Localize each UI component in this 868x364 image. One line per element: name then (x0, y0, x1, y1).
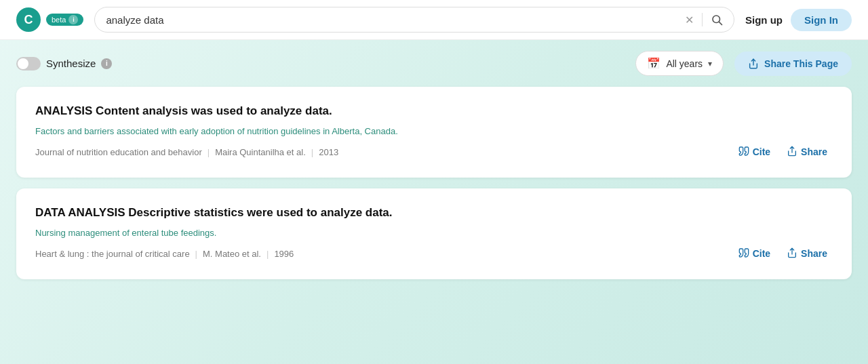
result-card: DATA ANALYSIS Descriptive statistics wer… (16, 188, 852, 279)
share-result-label: Share (801, 146, 827, 157)
synthesize-toggle[interactable] (16, 57, 41, 70)
beta-badge: beta i (46, 14, 83, 26)
calendar-icon: 📅 (647, 57, 660, 70)
result-year: 2013 (319, 147, 338, 157)
beta-info-icon: i (68, 15, 78, 24)
cite-button[interactable]: Cite (733, 245, 776, 263)
cite-icon (738, 146, 749, 159)
result-meta: Heart & lung : the journal of critical c… (35, 249, 294, 259)
year-filter-label: All years (666, 58, 703, 69)
share-page-label: Share This Page (764, 58, 838, 69)
logo-area: C beta i (16, 7, 83, 32)
upload-icon (787, 146, 797, 157)
result-journal: Heart & lung : the journal of critical c… (35, 249, 190, 259)
result-journal: Journal of nutrition education and behav… (35, 147, 202, 157)
search-input[interactable] (106, 14, 679, 26)
svg-line-1 (719, 22, 722, 24)
share-result-button[interactable]: Share (781, 143, 833, 161)
search-icon (711, 14, 723, 26)
signin-button[interactable]: Sign In (791, 9, 852, 31)
result-authors: M. Mateo et al. (203, 249, 261, 259)
search-button[interactable] (711, 14, 723, 26)
result-subtitle: Factors and barriers associated with ear… (35, 126, 833, 136)
beta-label: beta (52, 16, 66, 24)
share-result-icon (787, 247, 797, 260)
result-actions: Cite Share (733, 245, 833, 263)
result-year: 1996 (274, 249, 294, 259)
meta-separator: | (195, 249, 197, 259)
search-clear-icon[interactable]: ✕ (685, 14, 694, 26)
meta-separator: | (311, 147, 313, 157)
quote-icon (738, 146, 749, 157)
results-list: ANALYSIS Content analysis was used to an… (0, 87, 868, 296)
result-title: ANALYSIS Content analysis was used to an… (35, 103, 833, 119)
meta-separator: | (267, 249, 269, 259)
chevron-down-icon: ▾ (708, 59, 712, 68)
cite-label: Cite (753, 248, 770, 259)
meta-separator: | (208, 147, 210, 157)
upload-icon (787, 247, 797, 258)
toggle-knob (18, 58, 28, 69)
signup-button[interactable]: Sign up (745, 14, 783, 26)
synthesize-area: Synthesize i (16, 57, 112, 70)
cite-label: Cite (753, 146, 770, 157)
search-divider (702, 13, 703, 26)
result-footer: Journal of nutrition education and behav… (35, 143, 833, 161)
result-meta: Journal of nutrition education and behav… (35, 147, 338, 157)
result-authors: Maira Quintanilha et al. (215, 147, 306, 157)
share-result-label: Share (801, 248, 827, 259)
search-bar: ✕ (94, 7, 734, 33)
result-actions: Cite Share (733, 143, 833, 161)
logo-icon: C (16, 7, 41, 32)
share-result-icon (787, 146, 797, 159)
year-filter-dropdown[interactable]: 📅 All years ▾ (635, 51, 724, 76)
share-icon (748, 58, 759, 69)
synthesize-label: Synthesize (46, 58, 96, 69)
cite-icon (738, 247, 749, 260)
header: C beta i ✕ Sign up Sign In (0, 0, 868, 40)
toolbar: Synthesize i 📅 All years ▾ Share This Pa… (0, 40, 868, 87)
result-footer: Heart & lung : the journal of critical c… (35, 245, 833, 263)
share-result-button[interactable]: Share (781, 245, 833, 263)
result-subtitle: Nursing management of enteral tube feedi… (35, 228, 833, 238)
synthesize-info-icon[interactable]: i (101, 58, 112, 69)
quote-icon (738, 247, 749, 258)
share-page-button[interactable]: Share This Page (734, 52, 852, 76)
header-actions: Sign up Sign In (745, 9, 852, 31)
cite-button[interactable]: Cite (733, 143, 776, 161)
result-title: DATA ANALYSIS Descriptive statistics wer… (35, 205, 833, 221)
result-card: ANALYSIS Content analysis was used to an… (16, 87, 852, 178)
